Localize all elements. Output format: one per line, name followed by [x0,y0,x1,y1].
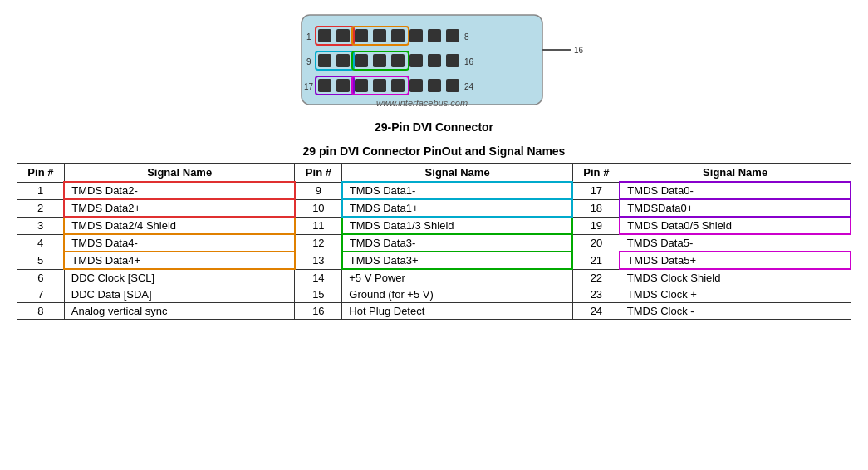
table-row: 6DDC Clock [SCL]14+5 V Power22TMDS Clock… [17,269,851,286]
svg-rect-10 [428,29,441,42]
signal-name-3: TMDS Clock Shield [620,269,851,286]
pin-num-3: 23 [572,286,620,303]
pin-num-2: 13 [295,252,342,269]
svg-rect-4 [318,29,331,42]
signal-name-2: TMDS Data1- [342,182,573,199]
svg-text:www.interfacebus.com: www.interfacebus.com [376,98,468,108]
pin-num-1: 8 [17,303,65,320]
col-header-signal1: Signal Name [64,164,295,183]
pin-num-1: 1 [17,182,65,199]
signal-name-2: TMDS Data3+ [342,252,573,269]
svg-rect-7 [373,29,386,42]
signal-name-1: TMDS Data2+ [64,199,295,217]
svg-rect-11 [446,29,459,42]
signal-name-3: TMDS Data0/5 Shield [620,217,851,234]
signal-name-3: TMDSData0+ [620,199,851,217]
svg-rect-24 [318,79,331,92]
svg-rect-29 [409,79,423,92]
pin-num-2: 10 [295,199,342,217]
pin-num-2: 9 [295,182,342,199]
signal-name-1: DDC Data [SDA] [64,286,295,303]
table-row: 2TMDS Data2+10TMDS Data1+18TMDSData0+ [17,199,851,217]
signal-name-3: TMDS Clock - [620,303,851,320]
svg-rect-19 [409,54,423,67]
pin-num-1: 5 [17,252,65,269]
svg-rect-18 [391,54,405,67]
connector-title: 29-Pin DVI Connector [375,120,493,134]
col-header-signal3: Signal Name [620,164,851,183]
pin-num-2: 15 [295,286,342,303]
pin-num-3: 21 [572,252,620,269]
pin-num-2: 11 [295,217,342,234]
svg-rect-5 [336,29,350,42]
svg-text:24: 24 [464,82,474,91]
pin-num-1: 2 [17,199,65,217]
pin-num-1: 6 [17,269,65,286]
col-header-pin1: Pin # [17,164,65,183]
table-section: 29 pin DVI Connector PinOut and Signal N… [17,144,851,320]
signal-name-1: TMDS Data4+ [64,252,295,269]
pin-num-3: 20 [572,234,620,252]
svg-rect-9 [409,29,423,42]
signal-name-2: TMDS Data1/3 Shield [342,217,573,234]
signal-name-3: TMDS Data0- [620,182,851,199]
table-row: 1TMDS Data2-9TMDS Data1-17TMDS Data0- [17,182,851,199]
pin-num-3: 17 [572,182,620,199]
table-row: 7DDC Data [SDA]15Ground (for +5 V)23TMDS… [17,286,851,303]
connector-section: 16 1 8 9 16 17 24 [17,8,851,140]
signal-name-3: TMDS Data5+ [620,252,851,269]
svg-rect-25 [336,79,350,92]
signal-name-1: TMDS Data2/4 Shield [64,217,295,234]
connector-diagram: 16 1 8 9 16 17 24 [277,8,592,120]
svg-rect-16 [355,54,368,67]
svg-rect-20 [428,54,441,67]
svg-rect-17 [373,54,386,67]
table-row: 5TMDS Data4+13TMDS Data3+21TMDS Data5+ [17,252,851,269]
svg-rect-21 [446,54,459,67]
signal-name-1: Analog vertical sync [64,303,295,320]
signal-name-1: TMDS Data4- [64,234,295,252]
pin-num-3: 22 [572,269,620,286]
col-header-signal2: Signal Name [342,164,573,183]
pin-num-3: 24 [572,303,620,320]
table-row: 3TMDS Data2/4 Shield11TMDS Data1/3 Shiel… [17,217,851,234]
svg-rect-31 [446,79,459,92]
table-row: 8Analog vertical sync16Hot Plug Detect24… [17,303,851,320]
table-title: 29 pin DVI Connector PinOut and Signal N… [17,144,851,158]
svg-rect-8 [391,29,405,42]
pin-num-2: 14 [295,269,342,286]
svg-rect-6 [355,29,368,42]
signal-name-2: +5 V Power [342,269,573,286]
signal-name-3: TMDS Data5- [620,234,851,252]
pin-num-1: 4 [17,234,65,252]
signal-name-2: Hot Plug Detect [342,303,573,320]
col-header-pin3: Pin # [572,164,620,183]
pin-num-1: 7 [17,286,65,303]
table-row: 4TMDS Data4-12TMDS Data3-20TMDS Data5- [17,234,851,252]
signal-name-2: TMDS Data3- [342,234,573,252]
pin-num-3: 18 [572,199,620,217]
svg-rect-14 [318,54,331,67]
signal-name-3: TMDS Clock + [620,286,851,303]
svg-rect-27 [373,79,386,92]
pin-num-2: 16 [295,303,342,320]
pinout-table: Pin # Signal Name Pin # Signal Name Pin … [17,163,851,320]
signal-name-2: TMDS Data1+ [342,199,573,217]
pin-num-2: 12 [295,234,342,252]
svg-text:16: 16 [464,57,474,66]
signal-name-2: Ground (for +5 V) [342,286,573,303]
svg-text:9: 9 [306,57,311,66]
pin-num-3: 19 [572,217,620,234]
svg-text:17: 17 [304,82,314,91]
signal-name-1: DDC Clock [SCL] [64,269,295,286]
signal-name-1: TMDS Data2- [64,182,295,199]
pin-num-1: 3 [17,217,65,234]
svg-rect-28 [391,79,405,92]
svg-text:8: 8 [464,32,469,42]
col-header-pin2: Pin # [295,164,342,183]
svg-text:16: 16 [574,46,584,55]
svg-rect-26 [355,79,368,92]
svg-text:1: 1 [306,32,311,42]
svg-rect-30 [428,79,441,92]
svg-rect-15 [336,54,350,67]
